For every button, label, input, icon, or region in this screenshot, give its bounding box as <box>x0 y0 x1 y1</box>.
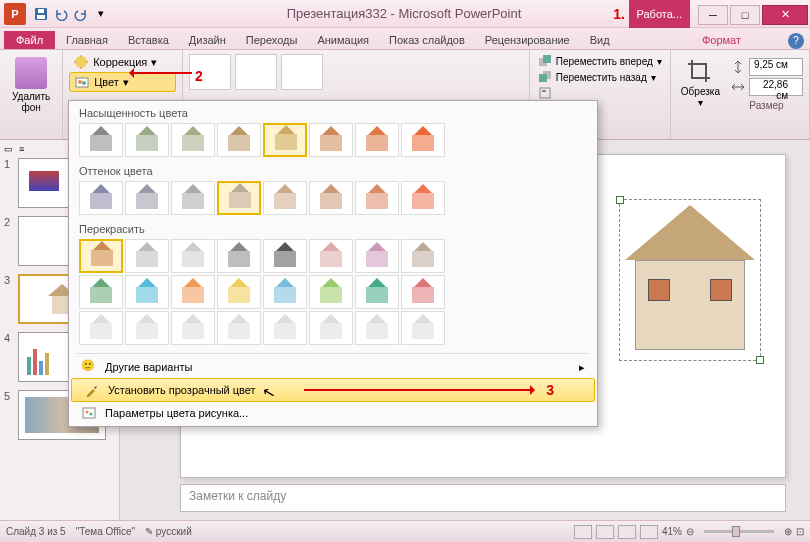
save-icon[interactable] <box>32 5 50 23</box>
color-swatch[interactable] <box>355 275 399 309</box>
color-swatch[interactable] <box>309 181 353 215</box>
more-variants-item[interactable]: 🙂 Другие варианты ▸ <box>69 356 597 378</box>
set-transparent-label: Установить прозрачный цвет <box>108 384 256 396</box>
qat-dropdown-icon[interactable]: ▾ <box>92 5 110 23</box>
color-swatch[interactable] <box>355 311 399 345</box>
svg-rect-12 <box>542 90 546 92</box>
color-swatch[interactable] <box>401 181 445 215</box>
zoom-value[interactable]: 41% <box>662 526 682 537</box>
color-swatch[interactable] <box>125 123 169 157</box>
color-swatch[interactable] <box>355 123 399 157</box>
color-swatch[interactable] <box>79 181 123 215</box>
set-transparent-color-item[interactable]: Установить прозрачный цвет ↖ 3 <box>71 378 595 402</box>
view-sorter-button[interactable] <box>596 525 614 539</box>
zoom-in-button[interactable]: ⊕ <box>784 526 792 537</box>
color-swatch[interactable] <box>263 311 307 345</box>
send-backward-button[interactable]: Переместить назад ▾ <box>538 69 662 85</box>
thumbs-tab-slides[interactable]: ▭ <box>4 144 13 154</box>
width-input[interactable]: 22,86 см <box>749 78 803 96</box>
eyedropper-icon <box>84 382 100 398</box>
color-swatch[interactable] <box>171 311 215 345</box>
tab-home[interactable]: Главная <box>57 31 117 49</box>
close-button[interactable]: ✕ <box>762 5 808 25</box>
color-swatch[interactable] <box>263 123 307 157</box>
color-swatch[interactable] <box>309 123 353 157</box>
color-swatch[interactable] <box>263 239 307 273</box>
color-swatch[interactable] <box>79 275 123 309</box>
color-swatch[interactable] <box>217 239 261 273</box>
tab-design[interactable]: Дизайн <box>180 31 235 49</box>
color-swatch[interactable] <box>125 275 169 309</box>
color-swatch[interactable] <box>125 239 169 273</box>
color-swatch[interactable] <box>401 239 445 273</box>
style-thumb[interactable] <box>235 54 277 90</box>
bring-forward-icon <box>538 54 552 68</box>
remove-background-button[interactable]: Удалитьфон <box>6 53 56 117</box>
status-slide-number: Слайд 3 из 5 <box>6 526 66 537</box>
picture-color-options-item[interactable]: Параметры цвета рисунка... <box>69 402 597 424</box>
svg-point-6 <box>82 81 86 85</box>
tab-insert[interactable]: Вставка <box>119 31 178 49</box>
color-swatch[interactable] <box>309 311 353 345</box>
color-swatch[interactable] <box>263 275 307 309</box>
style-thumb[interactable] <box>281 54 323 90</box>
bring-forward-button[interactable]: Переместить вперед ▾ <box>538 53 662 69</box>
color-swatch[interactable] <box>401 275 445 309</box>
color-swatch[interactable] <box>263 181 307 215</box>
view-slideshow-button[interactable] <box>640 525 658 539</box>
color-swatch[interactable] <box>217 311 261 345</box>
color-swatch[interactable] <box>125 311 169 345</box>
app-icon: P <box>4 3 26 25</box>
tab-transitions[interactable]: Переходы <box>237 31 307 49</box>
view-reading-button[interactable] <box>618 525 636 539</box>
color-swatch[interactable] <box>309 239 353 273</box>
color-icon <box>74 74 90 90</box>
notes-pane[interactable]: Заметки к слайду <box>180 484 786 512</box>
tab-review[interactable]: Рецензирование <box>476 31 579 49</box>
corrections-icon <box>73 54 89 70</box>
color-swatch[interactable] <box>79 123 123 157</box>
color-swatch[interactable] <box>401 123 445 157</box>
color-swatch[interactable] <box>79 311 123 345</box>
tab-view[interactable]: Вид <box>581 31 619 49</box>
color-swatch[interactable] <box>79 239 123 273</box>
redo-icon[interactable] <box>72 5 90 23</box>
tab-animations[interactable]: Анимация <box>308 31 378 49</box>
group-size: Обрезка▾ 9,25 см 22,86 см Размер <box>671 50 810 139</box>
color-swatch[interactable] <box>217 275 261 309</box>
tab-format[interactable]: Формат <box>693 31 750 49</box>
corrections-button[interactable]: Коррекция ▾ <box>69 53 176 71</box>
color-swatch[interactable] <box>309 275 353 309</box>
color-button[interactable]: Цвет ▾ <box>69 72 176 92</box>
color-swatch[interactable] <box>217 123 261 157</box>
color-swatch[interactable] <box>217 181 261 215</box>
color-swatch[interactable] <box>401 311 445 345</box>
maximize-button[interactable]: □ <box>730 5 760 25</box>
tone-heading: Оттенок цвета <box>79 165 587 177</box>
color-swatch[interactable] <box>125 181 169 215</box>
color-swatch[interactable] <box>355 239 399 273</box>
zoom-out-button[interactable]: ⊖ <box>686 526 694 537</box>
selection-pane-button[interactable] <box>538 85 662 101</box>
help-icon[interactable]: ? <box>788 33 804 49</box>
color-swatch[interactable] <box>171 181 215 215</box>
color-swatch[interactable] <box>355 181 399 215</box>
color-swatch[interactable] <box>171 239 215 273</box>
view-normal-button[interactable] <box>574 525 592 539</box>
color-swatch[interactable] <box>171 123 215 157</box>
height-icon <box>730 59 746 75</box>
height-input[interactable]: 9,25 см <box>749 58 803 76</box>
minimize-button[interactable]: ─ <box>698 5 728 25</box>
zoom-fit-button[interactable]: ⊡ <box>796 526 804 537</box>
color-swatch[interactable] <box>171 275 215 309</box>
send-backward-icon <box>538 70 552 84</box>
tab-slideshow[interactable]: Показ слайдов <box>380 31 474 49</box>
zoom-slider[interactable] <box>704 530 774 533</box>
tab-file[interactable]: Файл <box>4 31 55 49</box>
thumbs-tab-outline[interactable]: ≡ <box>19 144 24 154</box>
undo-icon[interactable] <box>52 5 70 23</box>
bring-forward-label: Переместить вперед <box>556 56 653 67</box>
crop-button[interactable]: Обрезка▾ <box>677 56 724 110</box>
status-language[interactable]: ✎ русский <box>145 526 192 537</box>
selected-image[interactable] <box>625 205 755 355</box>
